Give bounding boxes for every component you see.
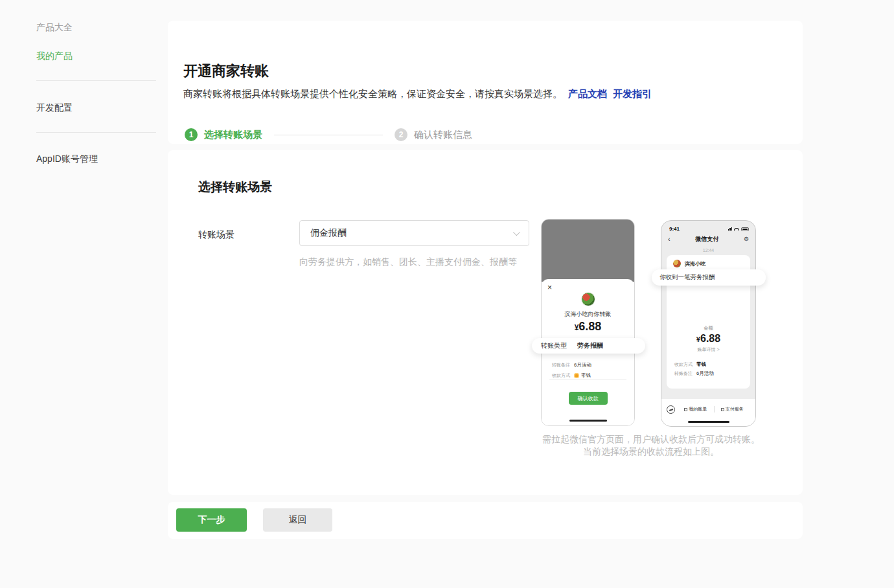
sidebar-item-appid-management[interactable]: AppID账号管理 — [36, 153, 98, 165]
remark-label: 转账备注 — [674, 370, 696, 377]
transfer-scene-label: 转账场景 — [198, 229, 235, 241]
description-text: 商家转账将根据具体转账场景提供个性化安全策略，保证资金安全，请按真实场景选择。 — [183, 88, 562, 99]
section-title: 选择转账场景 — [198, 179, 272, 196]
caption-line-2: 当前选择场景的收款流程如上图。 — [534, 446, 768, 458]
page-description: 商家转账将根据具体转账场景提供个性化安全策略，保证资金安全，请按真实场景选择。产… — [183, 88, 652, 100]
merchant-row: 滨海小吃 — [673, 260, 705, 267]
step-1-label: 选择转账场景 — [204, 129, 262, 141]
bill-detail-link: 账单详情 > — [667, 346, 750, 353]
nav-bar: ‹ 微信支付 ⚙ — [668, 235, 749, 243]
battery-icon — [741, 227, 749, 231]
transfer-scene-select[interactable]: 佣金报酬 — [299, 220, 529, 246]
bill-icon — [684, 408, 687, 411]
dev-guide-link[interactable]: 开发指引 — [613, 88, 652, 99]
remark-row: 转账备注 6月活动 — [674, 370, 742, 377]
phone-mockup-result: 9:41 ‹ 微信支付 ⚙ 12:44 滨海小吃 金额 ¥6.88 账单详情 >… — [661, 220, 756, 427]
remark-row: 转账备注 6月活动 — [552, 362, 626, 368]
select-value: 佣金报酬 — [310, 227, 513, 239]
step-2-circle: 2 — [395, 128, 407, 141]
transfer-amount: ¥6.88 — [667, 333, 750, 345]
dimmed-background — [542, 220, 634, 282]
my-bills-label: 我的账单 — [689, 406, 707, 413]
nav-title: 微信支付 — [670, 235, 744, 243]
merchant-avatar — [673, 260, 681, 267]
notification-callout: 你收到一笔劳务报酬 — [652, 269, 766, 286]
message-time: 12:44 — [661, 248, 755, 253]
page-title: 开通商家转账 — [183, 62, 269, 81]
step-2-label: 确认转账信息 — [414, 129, 472, 141]
amount-label: 金额 — [667, 325, 750, 332]
method-label: 收款方式 — [552, 372, 574, 379]
signal-icon — [728, 227, 733, 231]
merchant-name: 滨海小吃 — [685, 260, 705, 267]
home-indicator — [688, 421, 729, 423]
method-row: 收款方式 零钱 — [552, 372, 626, 379]
merchant-avatar — [581, 292, 595, 306]
callout-text: 你收到一笔劳务报酬 — [659, 273, 715, 282]
my-bills-tab: 我的账单 — [678, 406, 714, 413]
method-row: 收款方式 零钱 — [674, 361, 742, 368]
sidebar-item-dev-config[interactable]: 开发配置 — [36, 102, 73, 114]
transfer-title: 滨海小吃向你转账 — [542, 310, 634, 319]
wallet-coin-icon — [574, 373, 579, 378]
pay-services-label: 支付服务 — [726, 406, 744, 413]
caption-line-1: 需拉起微信官方页面，用户确认收款后方可成功转账。 — [534, 433, 768, 446]
divider — [549, 379, 626, 380]
step-connector-line — [274, 135, 383, 135]
remark-value: 6月活动 — [696, 370, 714, 377]
service-icon — [721, 408, 724, 411]
flow-caption: 需拉起微信官方页面，用户确认收款后方可成功转账。 当前选择场景的收款流程如上图。 — [534, 433, 768, 458]
wechat-pay-logo-icon — [667, 405, 675, 414]
gear-icon: ⚙ — [744, 236, 749, 242]
sidebar-item-my-products[interactable]: 我的产品 — [36, 51, 73, 62]
sidebar-item-all-products[interactable]: 产品大全 — [36, 22, 73, 34]
transfer-amount: ¥6.88 — [542, 320, 634, 334]
action-bar: 下一步 返回 — [168, 502, 803, 539]
close-icon: × — [547, 284, 552, 291]
header-card: 开通商家转账 商家转账将根据具体转账场景提供个性化安全策略，保证资金安全，请按真… — [168, 21, 803, 144]
step-1-circle: 1 — [185, 128, 198, 141]
chevron-down-icon — [513, 229, 520, 236]
pay-services-tab: 支付服务 — [715, 406, 751, 413]
sidebar-divider — [36, 80, 156, 81]
next-step-button[interactable]: 下一步 — [176, 508, 247, 532]
step-indicator: 1 选择转账场景 2 确认转账信息 — [185, 128, 472, 141]
callout-value: 劳务报酬 — [577, 341, 603, 350]
transfer-type-callout: 转账类型 劳务报酬 — [532, 338, 645, 354]
method-value: 零钱 — [696, 361, 706, 368]
remark-label: 转账备注 — [552, 362, 574, 368]
status-time: 9:41 — [669, 226, 728, 232]
confirm-receive-button: 确认收款 — [569, 392, 608, 405]
amount-value: 6.88 — [700, 333, 720, 344]
amount-value: 6.88 — [579, 320, 601, 333]
callout-label: 转账类型 — [541, 341, 567, 350]
status-bar: 9:41 — [669, 226, 749, 232]
product-doc-link[interactable]: 产品文档 — [568, 88, 607, 99]
method-label: 收款方式 — [674, 361, 696, 368]
wifi-icon — [734, 228, 739, 231]
scene-helper-text: 向劳务提供方，如销售、团长、主播支付佣金、报酬等 — [299, 256, 517, 268]
remark-value: 6月活动 — [574, 362, 591, 368]
home-indicator — [569, 420, 607, 422]
phone-mockup-confirm: × 滨海小吃向你转账 ¥6.88 转账类型 劳务报酬 转账备注 6月活动 收款方… — [541, 219, 635, 426]
method-value: 零钱 — [581, 372, 591, 379]
back-button[interactable]: 返回 — [263, 508, 332, 532]
sidebar-divider — [36, 132, 156, 133]
scene-selection-card: 选择转账场景 转账场景 佣金报酬 向劳务提供方，如销售、团长、主播支付佣金、报酬… — [168, 150, 803, 495]
